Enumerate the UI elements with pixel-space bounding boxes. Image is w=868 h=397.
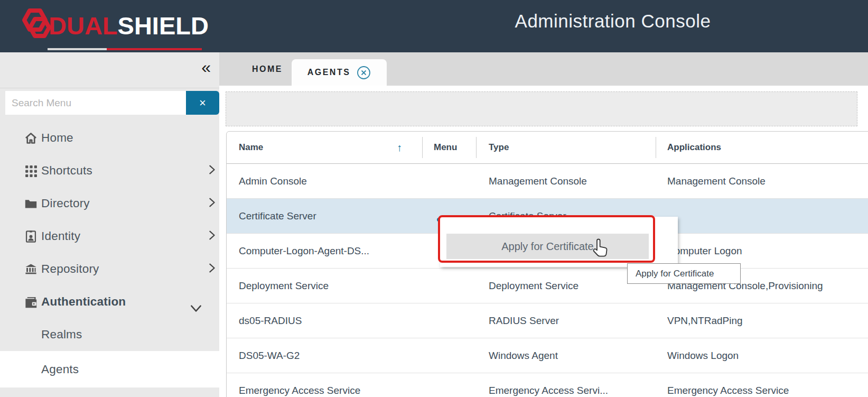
menu-item-apply-for-certificate[interactable]: Apply for Certificate: [446, 234, 649, 259]
cell-applications: VPN,NTRadPing: [667, 303, 743, 338]
tab-agents-label: AGENTS: [307, 68, 351, 77]
cell-name: Deployment Service: [239, 269, 329, 303]
table-row-7[interactable]: Emergency Access ServiceEmergency Access…: [227, 373, 868, 397]
table-row-4[interactable]: Deployment ServiceDeployment ServiceMana…: [227, 269, 868, 303]
cell-applications: Management Console: [667, 164, 766, 198]
cell-type: Windows Agent: [489, 338, 558, 373]
sidebar-item-directory[interactable]: Directory: [0, 187, 219, 220]
logo-underline: [48, 48, 202, 50]
search-input[interactable]: [5, 91, 186, 115]
cell-name: Emergency Access Service: [239, 373, 360, 397]
dualshield-admin-console: DUALSHIELD UNIFIED AUTHENTICATION Admini…: [0, 0, 868, 397]
sidebar-item-realms[interactable]: Realms: [0, 318, 219, 351]
chevron-right-icon: [206, 229, 218, 243]
table-header: Name ↑ Menu Type Applications: [227, 132, 868, 164]
sidebar-item-label: Realms: [41, 328, 82, 341]
sidebar-item-label: Shortcuts: [41, 164, 92, 178]
sort-ascending-icon[interactable]: ↑: [397, 132, 402, 163]
chevron-right-icon: [206, 262, 218, 276]
cell-applications: Emergency Access Service: [667, 373, 789, 397]
tab-home[interactable]: HOME: [246, 52, 289, 86]
column-header-applications[interactable]: Applications: [667, 132, 721, 163]
tooltip: Apply for Certificate: [627, 263, 741, 284]
context-menu: Apply for Certificate: [440, 217, 678, 267]
home-icon: [23, 131, 38, 145]
sidebar-item-repository[interactable]: Repository: [0, 253, 219, 285]
sidebar-item-home[interactable]: Home: [0, 122, 219, 154]
table-row-5[interactable]: ds05-RADIUSRADIUS ServerVPN,NTRadPing: [227, 303, 868, 338]
search-row: ×: [5, 91, 219, 115]
cell-type: RADIUS Server: [489, 303, 559, 338]
sidebar-item-label: Directory: [41, 197, 90, 210]
chevron-down-icon: [189, 301, 203, 317]
chevron-right-icon: [206, 164, 218, 178]
column-divider: [422, 137, 423, 158]
chevron-right-icon: [206, 197, 218, 210]
tab-home-label: HOME: [252, 64, 283, 74]
table-body: Admin ConsoleManagement ConsoleManagemen…: [227, 164, 868, 397]
column-header-type[interactable]: Type: [489, 132, 509, 163]
sidebar-item-label: Identity: [41, 229, 80, 243]
column-header-name[interactable]: Name: [239, 132, 263, 163]
sidebar: « × HomeShortcutsDirectoryIdentityReposi…: [0, 52, 219, 397]
page-title: Administration Console: [475, 11, 750, 32]
cell-type: Management Console: [489, 164, 587, 198]
tab-bar: HOME AGENTS: [219, 52, 868, 86]
directory-icon: [23, 196, 38, 211]
sidebar-item-shortcuts[interactable]: Shortcuts: [0, 154, 219, 187]
column-divider: [656, 137, 656, 158]
column-divider: [476, 137, 477, 158]
toolbar-dropzone: [226, 91, 857, 126]
sidebar-separator: [0, 88, 219, 88]
sidebar-item-label: Authentication: [41, 295, 126, 309]
sidebar-item-label: Agents: [41, 363, 79, 376]
close-icon: ×: [199, 96, 206, 110]
shortcuts-icon: [23, 163, 38, 178]
table-row-1[interactable]: Admin ConsoleManagement ConsoleManagemen…: [227, 164, 868, 199]
cell-type: Emergency Access Servi...: [489, 373, 608, 397]
repository-icon: [23, 262, 38, 276]
table-row-6[interactable]: DS05-WA-G2Windows AgentWindows Logon: [227, 338, 868, 373]
authentication-icon: [23, 294, 38, 309]
logo-wordmark: DUALSHIELD: [49, 13, 209, 39]
column-header-menu[interactable]: Menu: [434, 132, 457, 163]
search-clear-button[interactable]: ×: [186, 91, 219, 115]
sidebar-menu: HomeShortcutsDirectoryIdentityRepository…: [0, 122, 219, 387]
cell-applications: Windows Logon: [667, 338, 739, 373]
cell-name: ds05-RADIUS: [239, 303, 302, 338]
sidebar-item-label: Home: [41, 131, 73, 145]
tab-agents[interactable]: AGENTS: [292, 59, 387, 86]
cell-name: Computer-Logon-Agent-DS...: [239, 234, 369, 268]
sidebar-collapse-icon[interactable]: «: [201, 57, 211, 78]
sidebar-item-authentication[interactable]: Authentication: [0, 285, 219, 318]
sidebar-item-agents[interactable]: Agents: [0, 351, 219, 387]
sidebar-item-identity[interactable]: Identity: [0, 220, 219, 253]
identity-icon: [23, 229, 38, 244]
app-header: DUALSHIELD UNIFIED AUTHENTICATION Admini…: [0, 0, 868, 52]
cell-name: Certificate Server: [239, 199, 316, 233]
tab-close-icon[interactable]: [357, 66, 371, 80]
sidebar-item-label: Repository: [41, 262, 99, 276]
cell-name: Admin Console: [239, 164, 307, 198]
cell-name: DS05-WA-G2: [239, 338, 300, 373]
cell-type: Deployment Service: [489, 269, 578, 303]
